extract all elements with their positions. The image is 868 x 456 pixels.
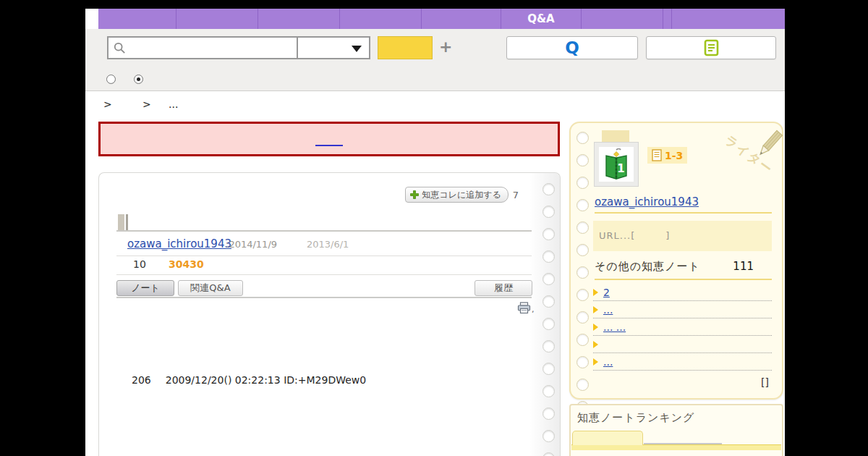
ring-hole (542, 228, 555, 240)
note-range-badge: 1-3 (647, 147, 687, 164)
note-icon (704, 39, 719, 56)
add-collection-row: 知恵コレに追加する 7 (405, 187, 519, 203)
note-link[interactable]: 2 (603, 287, 610, 298)
ranking-title: 知恵ノートランキング (577, 411, 694, 425)
ranking-inactive-tab-line (644, 443, 722, 444)
nav-item-1[interactable] (98, 9, 176, 29)
divider (116, 230, 532, 232)
footer-brackets: [] (761, 376, 769, 388)
ring-hole (576, 221, 589, 234)
other-notes-count: 111 (733, 260, 754, 273)
breadcrumb-separator: > (103, 98, 112, 110)
author-link[interactable]: ozawa_ichirou1943 (127, 237, 231, 250)
breadcrumb: > > ... (85, 98, 548, 113)
note-section-button[interactable] (646, 36, 776, 59)
chevron-down-icon (352, 46, 362, 52)
search-icon (114, 41, 126, 55)
mini-note-icon (652, 149, 662, 161)
ring-hole (542, 250, 555, 263)
divider (116, 297, 532, 298)
breadcrumb-separator: > (142, 98, 151, 110)
other-notes-label: その他の知恵ノート (595, 260, 700, 274)
post-line: 2062009/12/20() 02:22:13 ID:+M29DWew0 (132, 374, 366, 386)
tab-note[interactable]: ノート (116, 280, 174, 296)
radio-option-2[interactable] (134, 75, 143, 84)
other-notes-row: その他の知恵ノート 111 (571, 260, 785, 274)
title-bar-icon (118, 214, 124, 230)
qa-section-button[interactable]: Q (506, 36, 638, 59)
search-input-area[interactable] (109, 38, 297, 58)
author-row: ozawa_ichirou1943 :2014/11/9 2013/6/1 (99, 237, 533, 251)
ring-hole (576, 177, 589, 189)
add-to-collection-button[interactable]: 知恵コレに追加する (405, 187, 508, 203)
nav-item-5[interactable] (422, 9, 501, 29)
sidebar-author-link[interactable]: ozawa_ichirou1943 (595, 195, 699, 208)
printer-icon (517, 302, 531, 314)
nav-item-2[interactable] (176, 9, 258, 29)
radio-option-1[interactable] (106, 75, 116, 84)
search-header: + Q (85, 29, 785, 91)
list-item: ... (593, 301, 772, 318)
url-field: URL...[ ] (593, 221, 772, 251)
ring-hole (542, 408, 555, 420)
search-button[interactable] (378, 36, 433, 59)
divider (116, 256, 532, 256)
arrow-right-icon (593, 324, 598, 331)
print-button[interactable]: , (517, 302, 535, 314)
ranking-active-tab[interactable] (572, 431, 643, 445)
plus-button[interactable]: + (439, 38, 452, 56)
search-box (107, 36, 370, 59)
collection-count: 7 (513, 190, 519, 200)
alert-link[interactable] (315, 143, 343, 146)
writer-avatar-frame: 1 (595, 143, 638, 186)
ring-hole (576, 311, 589, 324)
note-link[interactable]: ... ... (603, 321, 626, 333)
ring-hole (542, 295, 555, 308)
ranking-tab-underline (571, 444, 781, 450)
list-item: ... (593, 353, 772, 371)
other-notes-list: 2 ... ... ... ... (593, 284, 772, 371)
divider (595, 212, 772, 214)
ring-hole (542, 340, 555, 352)
nav-item-qa[interactable]: Q&A (501, 9, 582, 29)
ring-hole (542, 385, 555, 397)
ring-hole (576, 379, 589, 391)
nav-item-8[interactable] (663, 9, 672, 29)
nav-item-4[interactable] (340, 9, 422, 29)
nav-item-9[interactable] (672, 9, 785, 29)
ring-hole (542, 363, 555, 375)
ring-hole (542, 430, 555, 442)
view-count: 30430 (169, 258, 204, 270)
arrow-right-icon (593, 306, 598, 313)
note-link[interactable]: ... (603, 356, 613, 368)
add-to-collection-label: 知恵コレに追加する (422, 189, 501, 201)
note-range-label: 1-3 (665, 150, 683, 161)
ranking-box: 知恵ノートランキング (569, 404, 783, 456)
tape-decoration (602, 130, 629, 143)
ring-hole (576, 289, 589, 301)
created-date: 2013/6/1 (307, 239, 349, 250)
tab-related-qa[interactable]: 関連Q&A (178, 280, 243, 296)
nav-item-3[interactable] (258, 9, 340, 29)
ring-holes (542, 183, 555, 456)
book-number: 1 (617, 162, 624, 175)
ring-hole (542, 183, 555, 195)
pencil-icon (753, 127, 785, 162)
tab-history[interactable]: 履歴 (475, 280, 532, 296)
url-field-text: URL...[ ] (593, 229, 670, 242)
arrow-right-icon (593, 358, 598, 366)
search-input[interactable] (130, 41, 297, 54)
page: Q&A + (0, 0, 868, 456)
alert-banner (98, 122, 560, 156)
search-category-select[interactable] (297, 38, 369, 58)
nav-item-7[interactable] (582, 9, 663, 29)
plus-icon (410, 190, 419, 199)
arrow-right-icon (593, 341, 598, 348)
note-link[interactable]: ... (603, 304, 613, 316)
page-frame: Q&A + (85, 9, 785, 456)
ranking-tabs (571, 430, 781, 450)
note-tabs: ノート 関連Q&A 履歴 (99, 280, 561, 296)
writer-profile-card: 1 1-3 ライター (569, 122, 783, 400)
green-notebook-icon: 1 (603, 148, 630, 180)
ring-hole (576, 244, 589, 256)
